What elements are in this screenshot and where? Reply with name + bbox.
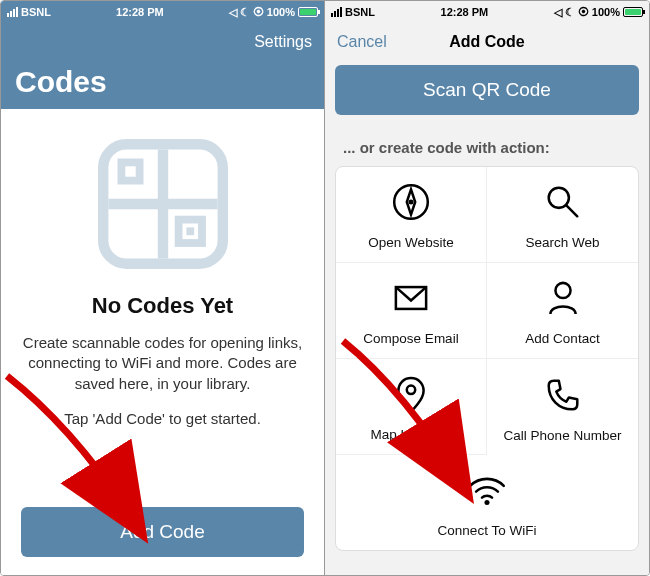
action-call-phone[interactable]: Call Phone Number: [487, 359, 638, 455]
page-title: Codes: [1, 61, 324, 109]
signal-icon: [331, 7, 342, 17]
create-with-action-label: ... or create code with action:: [325, 115, 649, 166]
battery-icon: [623, 7, 643, 17]
action-compose-email[interactable]: Compose Email: [336, 263, 487, 359]
action-label: Add Contact: [525, 331, 599, 346]
battery-icon: [298, 7, 318, 17]
status-bar: BSNL 12:28 PM ◁ ☾ ⦿ 100%: [325, 1, 649, 23]
action-add-contact[interactable]: Add Contact: [487, 263, 638, 359]
action-map-location[interactable]: Map Location: [336, 359, 487, 455]
action-label: Open Website: [368, 235, 453, 250]
wifi-icon: [466, 469, 508, 515]
clock-label: 12:28 PM: [441, 6, 489, 18]
svg-point-14: [407, 386, 415, 394]
action-open-website[interactable]: Open Website: [336, 167, 487, 263]
status-bar: BSNL 12:28 PM ◁ ☾ ⦿ 100%: [1, 1, 324, 23]
action-grid: Open Website Search Web Compose Email Ad…: [335, 166, 639, 551]
empty-hint: Tap 'Add Code' to get started.: [64, 410, 261, 427]
moon-icon: ☾: [240, 6, 250, 19]
action-label: Map Location: [370, 427, 451, 442]
action-label: Search Web: [525, 235, 599, 250]
nav-bar: Settings: [1, 23, 324, 61]
qr-placeholder-icon: [98, 139, 228, 273]
scan-qr-button[interactable]: Scan QR Code: [335, 65, 639, 115]
action-connect-wifi[interactable]: Connect To WiFi: [336, 455, 638, 550]
moon-icon: ☾: [565, 6, 575, 19]
action-label: Compose Email: [363, 331, 458, 346]
settings-button[interactable]: Settings: [242, 23, 324, 61]
screen-add-code: BSNL 12:28 PM ◁ ☾ ⦿ 100% Cancel Add Code…: [325, 1, 649, 575]
nav-bar: Cancel Add Code: [325, 23, 649, 61]
search-icon: [542, 181, 584, 227]
svg-rect-3: [121, 162, 139, 180]
svg-point-13: [555, 283, 570, 298]
svg-rect-5: [186, 227, 194, 235]
svg-line-11: [566, 205, 577, 216]
map-pin-icon: [390, 373, 432, 419]
clock-label: 12:28 PM: [116, 6, 164, 18]
empty-description: Create scannable codes for opening links…: [21, 333, 304, 394]
compass-icon: [390, 181, 432, 227]
svg-point-15: [484, 500, 489, 505]
battery-pct: 100%: [592, 6, 620, 18]
alarm-icon: ⦿: [578, 6, 589, 18]
action-label: Call Phone Number: [504, 428, 622, 443]
screen-codes-list: BSNL 12:28 PM ◁ ☾ ⦿ 100% Settings Codes: [1, 1, 325, 575]
phone-icon: [542, 374, 584, 420]
action-label: Connect To WiFi: [438, 523, 537, 538]
carrier-label: BSNL: [345, 6, 375, 18]
location-icon: ◁: [554, 6, 562, 19]
location-icon: ◁: [229, 6, 237, 19]
action-search-web[interactable]: Search Web: [487, 167, 638, 263]
carrier-label: BSNL: [21, 6, 51, 18]
battery-pct: 100%: [267, 6, 295, 18]
svg-point-9: [408, 199, 413, 204]
empty-title: No Codes Yet: [92, 293, 233, 319]
person-icon: [542, 277, 584, 323]
nav-title: Add Code: [449, 33, 525, 51]
add-code-button[interactable]: Add Code: [21, 507, 304, 557]
mail-icon: [390, 277, 432, 323]
empty-state: No Codes Yet Create scannable codes for …: [1, 109, 324, 575]
cancel-button[interactable]: Cancel: [325, 23, 399, 61]
signal-icon: [7, 7, 18, 17]
alarm-icon: ⦿: [253, 6, 264, 18]
